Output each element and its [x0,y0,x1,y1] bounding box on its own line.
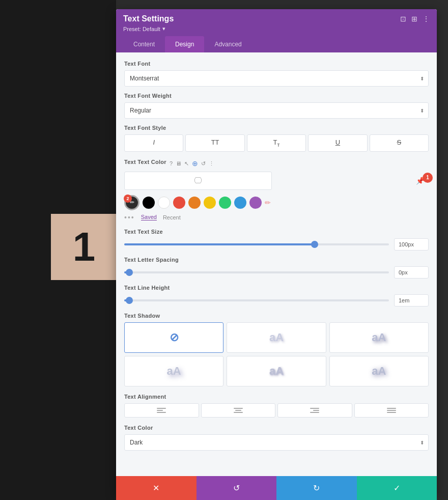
swatch-purple[interactable] [249,197,262,209]
text-alignment-grid [124,403,429,418]
shadow-option-2[interactable]: aA [329,322,429,353]
text-font-weight-select-wrapper: Regular Bold Light [124,102,429,119]
style-underline-button[interactable]: U [308,134,367,152]
text-size-slider-row: 100px [124,238,429,251]
color-input-box[interactable]: 🖵 [124,172,272,190]
swatch-black[interactable] [143,197,155,209]
shadow-text-4: aA [269,365,284,378]
no-shadow-icon: ⊘ [170,331,179,344]
panel-preset[interactable]: Preset: Default ▾ [123,25,430,32]
font-style-buttons: I TT Tт U S [124,134,429,152]
letter-spacing-section: Text Letter Spacing 0px [124,257,429,279]
letter-spacing-label: Text Letter Spacing [124,257,429,263]
text-font-select-wrapper: Montserrat Open Sans Roboto [124,70,429,87]
edit-pencil-icon[interactable]: ✏ [265,199,271,207]
letter-spacing-thumb[interactable] [126,269,133,276]
text-alignment-section: Text Alignment [124,394,429,418]
line-height-value[interactable]: 1em [394,294,429,307]
settings-panel: Text Settings ⊡ ⊞ ⋮ Preset: Default ▾ Co… [116,9,437,495]
shadow-option-3[interactable]: aA [124,356,223,386]
more-color-icon[interactable]: ⋮ [209,160,214,167]
line-height-slider-row: 1em [124,294,429,307]
text-size-track[interactable] [124,243,389,245]
swatch-orange[interactable] [188,197,201,209]
line-height-label: Text Line Height [124,285,429,291]
text-color-select-section: Text Color Dark Light [124,425,429,451]
text-font-label: Text Font [124,61,429,67]
tab-design[interactable]: Design [165,36,204,52]
style-smallcaps-button[interactable]: Tт [247,134,306,152]
help-icon[interactable]: ? [170,160,173,166]
shadow-option-4[interactable]: aA [227,356,326,386]
color-reset-icon[interactable]: ⊕ [192,159,198,168]
tab-advanced[interactable]: Advanced [204,36,251,52]
align-left-lines [157,408,166,413]
shadow-none-option[interactable]: ⊘ [124,322,223,353]
text-size-thumb[interactable] [311,241,318,248]
panel-header-top: Text Settings ⊡ ⊞ ⋮ [123,14,430,23]
color-tabs-row: ••• Saved Recent [124,213,429,221]
panel-body: Text Font Montserrat Open Sans Roboto Te… [116,52,437,495]
text-font-select[interactable]: Montserrat Open Sans Roboto [125,71,428,86]
recent-tab[interactable]: Recent [163,214,181,220]
cancel-button[interactable]: ✕ [116,476,197,500]
align-right-button[interactable] [277,403,352,418]
style-italic-button[interactable]: I [124,134,183,152]
shadow-text-2: aA [372,331,386,344]
color-swatches-row: 2 ✏ ✏ [124,195,429,210]
text-font-weight-section: Text Font Weight Regular Bold Light [124,93,429,119]
swatch-red[interactable] [173,197,185,209]
preview-element: 1 [51,214,117,280]
tab-content[interactable]: Content [123,36,165,52]
letter-spacing-track[interactable] [124,271,389,273]
badge-1: 1 [423,173,433,183]
monitor-icon: 🖵 [194,176,202,185]
shadow-text-3: aA [167,365,181,378]
screen-icon[interactable]: ⊡ [400,15,406,23]
redo-button[interactable]: ↻ [276,476,357,500]
align-left-button[interactable] [124,403,199,418]
text-color-label: Text Text Color [124,159,166,165]
grid-icon[interactable]: ⊞ [411,15,417,23]
device-icon[interactable]: 🖥 [176,160,181,166]
letter-spacing-value[interactable]: 0px [394,266,429,279]
swatch-blue[interactable] [234,197,246,209]
dots-icon: ••• [124,213,135,221]
swatch-badge: 2 [124,195,132,203]
panel-title: Text Settings [123,14,174,23]
undo-button[interactable]: ↺ [197,476,277,500]
color-pin-area: 📌 1 [416,177,429,185]
undo-color-icon[interactable]: ↺ [201,160,206,167]
text-color-section: Text Text Color ? 🖥 ↖ ⊕ ↺ ⋮ 🖵 📌 1 [124,159,429,221]
text-color-select[interactable]: Dark Light [125,435,428,450]
more-icon[interactable]: ⋮ [423,15,430,23]
swatch-green[interactable] [219,197,231,209]
cursor-icon[interactable]: ↖ [184,160,189,167]
text-font-section: Text Font Montserrat Open Sans Roboto [124,61,429,87]
letter-spacing-slider-row: 0px [124,266,429,279]
style-caps-button[interactable]: TT [185,134,244,152]
shadow-option-5[interactable]: aA [329,356,429,386]
text-font-weight-select[interactable]: Regular Bold Light [125,103,428,118]
save-button[interactable]: ✓ [357,476,437,500]
line-height-track[interactable] [124,299,389,301]
text-color-select-wrapper: Dark Light [124,434,429,451]
shadow-option-1[interactable]: aA [227,322,326,353]
shadow-text-1: aA [269,331,284,344]
shadow-text-5: aA [372,365,386,378]
text-size-value[interactable]: 100px [394,238,429,251]
text-color-select-label: Text Color [124,425,429,431]
line-height-thumb[interactable] [126,297,133,304]
swatch-yellow[interactable] [204,197,216,209]
panel-header-icons: ⊡ ⊞ ⋮ [400,15,430,23]
saved-tab[interactable]: Saved [141,214,157,220]
text-size-fill [124,243,315,245]
text-font-style-label: Text Font Style [124,125,429,131]
swatch-edit-button[interactable]: 2 ✏ [124,195,139,210]
swatch-white[interactable] [158,197,170,209]
text-color-label-row: Text Text Color ? 🖥 ↖ ⊕ ↺ ⋮ [124,159,429,169]
align-center-button[interactable] [201,403,276,418]
align-justify-button[interactable] [354,403,429,418]
tab-bar: Content Design Advanced [123,36,430,52]
style-strikethrough-button[interactable]: S [370,134,429,152]
